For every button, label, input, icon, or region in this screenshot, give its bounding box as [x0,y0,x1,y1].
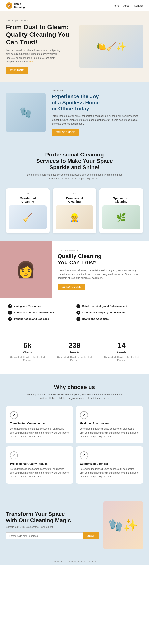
cta-text: Transform Your Space with Our Cleaning M… [6,511,99,540]
why-cards-container: ✓ Time-Saving Convenience Lorem ipsum do… [6,406,143,484]
stat-projects-num: 238 [57,341,92,350]
footer-note: Sample text. Click to select the Text El… [0,557,149,566]
why-icon-custom: ✓ [80,452,88,459]
residential-image: 🧹 [9,206,47,229]
hero-image [75,24,143,68]
specialized-visual: 🌿 [102,206,140,229]
industry-mining-label: Mining and Resources [14,305,41,308]
why-card-quality[interactable]: ✓ Professional Quality Results Lorem ips… [6,446,73,484]
why-desc: Lorem ipsum dolor sit amet, consectetur … [25,393,124,400]
hero-cta-button[interactable]: READ MORE [6,67,28,74]
industry-retail-label: Retail, Hospitality and Entertainment [82,305,127,308]
hero-link[interactable]: source [29,60,36,63]
check-icon-municipal: ✓ [8,310,12,314]
spotless-text: Pristine Shine Experience the Joy of a S… [52,90,143,136]
hero-title: From Dust to Gleam: Quality Cleaning You… [6,23,75,46]
nav-home[interactable]: Home [113,4,120,7]
stat-awards-desc: Sample text. Click to select the Text El… [104,356,139,362]
commercial-visual: 👷 [56,206,93,229]
why-card-custom-desc: Lorem ipsum dolor sit amet, consectetur … [80,467,139,479]
why-card-health[interactable]: ✓ Healthier Environment Lorem ipsum dolo… [76,406,143,444]
logo-icon: 🏠 [6,2,12,9]
quality-image: 👩 [0,241,52,298]
submit-button[interactable]: SUBMIT [83,532,99,540]
cta-title: Transform Your Space with Our Cleaning M… [6,511,99,524]
industries-section: ✓ Mining and Resources ✓ Retail, Hospita… [0,298,149,329]
residential-visual: 🧹 [9,206,47,229]
logo[interactable]: 🏠 HomeCleaning [6,2,25,9]
stat-awards-label: Awards [104,351,139,354]
industry-transport: ✓ Transportation and Logistics [8,317,73,321]
why-card-health-desc: Lorem ipsum dolor sit amet, consectetur … [80,427,139,438]
quality-cta-button[interactable]: EXPLORE MORE [58,284,85,290]
why-icon-time: ✓ [10,411,18,419]
navigation: 🏠 HomeCleaning Home About Contact [0,0,149,11]
cta-section: Transform Your Space with Our Cleaning M… [0,494,149,557]
industry-row-2: ✓ Municipal and Local Government ✓ Comme… [8,310,141,314]
why-card-quality-desc: Lorem ipsum dolor sit amet, consectetur … [10,467,69,479]
quality-text: Fresh Start Cleaners Quality Cleaning Yo… [52,241,149,298]
stat-projects-label: Projects [57,351,92,354]
commercial-image: 👷 [56,206,93,229]
why-card-time[interactable]: ✓ Time-Saving Convenience Lorem ipsum do… [6,406,73,444]
card-num-03: 03 [102,192,140,195]
hero-label: Sparkle Spot Cleaners [6,19,75,22]
why-card-time-desc: Lorem ipsum dolor sit amet, consectetur … [10,427,69,438]
industry-row-3: ✓ Transportation and Logistics ✓ Health … [8,317,141,321]
industry-municipal: ✓ Municipal and Local Government [8,310,73,314]
why-title: Why choose us [6,384,143,390]
service-card-commercial[interactable]: 02 Commercial Cleaning 👷 [53,188,96,233]
services-title: Professional Cleaning Services to Make Y… [12,152,137,170]
quality-label: Fresh Start Cleaners [58,249,143,252]
spotless-label: Pristine Shine [52,90,143,92]
nav-about[interactable]: About [123,4,130,7]
stat-clients-desc: Sample text. Click to select the Text El… [10,356,45,362]
card-num-02: 02 [56,192,93,195]
stat-clients-label: Clients [10,351,45,354]
logo-text: HomeCleaning [14,2,25,8]
card-title-specialized: Specialized Cleaning [102,196,140,203]
industry-health: ✓ Health and Aged Care [76,317,141,321]
services-header: Professional Cleaning Services to Make Y… [0,144,149,184]
quality-section: 👩 Fresh Start Cleaners Quality Cleaning … [0,241,149,298]
stat-clients: 5k Clients Sample text. Click to select … [6,337,49,366]
hero-desc: Lorem ipsum dolor sit amet, consectetur … [6,48,62,64]
service-card-residential[interactable]: 01 Residential Cleaning 🧹 [6,188,50,233]
stat-projects-desc: Sample text. Click to select the Text El… [57,356,92,362]
specialized-image: 🌿 [102,206,140,229]
nav-contact[interactable]: Contact [134,4,143,7]
check-icon-commercial-property: ✓ [76,310,80,314]
check-icon-transport: ✓ [8,317,12,321]
email-input[interactable] [6,532,83,540]
industry-row-1: ✓ Mining and Resources ✓ Retail, Hospita… [8,304,141,308]
spotless-image: 🧤 [6,92,46,132]
industry-commercial-property-label: Commercial Property and Facilities [82,311,125,314]
why-section: Why choose us Lorem ipsum dolor sit amet… [0,374,149,494]
check-icon-retail: ✓ [76,304,80,308]
card-title-residential: Residential Cleaning [9,196,47,203]
footer-note-text: Sample text. Click to select the Text El… [53,560,96,562]
cta-desc: Sample text. Click to select the Text El… [6,526,99,528]
industry-commercial-property: ✓ Commercial Property and Facilities [76,310,141,314]
hero-image-placeholder [79,24,143,68]
service-card-specialized[interactable]: 03 Specialized Cleaning 🌿 [99,188,143,233]
stat-awards: 14 Awards Sample text. Click to select t… [100,337,143,366]
quality-title: Quality Cleaning You Can Trust! [58,253,143,266]
check-icon-health: ✓ [76,317,80,321]
stat-awards-num: 14 [104,341,139,350]
stats-section: 5k Clients Sample text. Click to select … [0,329,149,374]
nav-links: Home About Contact [113,4,143,7]
industry-municipal-label: Municipal and Local Government [14,311,54,314]
card-num-01: 01 [9,192,47,195]
industry-mining: ✓ Mining and Resources [8,304,73,308]
why-card-custom[interactable]: ✓ Customized Services Lorem ipsum dolor … [76,446,143,484]
why-card-health-title: Healthier Environment [80,422,139,425]
stat-projects: 238 Projects Sample text. Click to selec… [53,337,96,366]
quality-desc: Lorem ipsum dolor sit amet, consectetur … [58,268,143,280]
spotless-desc: Lorem ipsum dolor sit amet, consectetur … [52,114,143,126]
industry-health-label: Health and Aged Care [82,317,109,320]
spotless-cta-button[interactable]: EXPLORE MORE [52,129,79,136]
industry-transport-label: Transportation and Logistics [14,317,49,320]
cta-form: SUBMIT [6,532,99,540]
why-card-quality-title: Professional Quality Results [10,462,69,465]
